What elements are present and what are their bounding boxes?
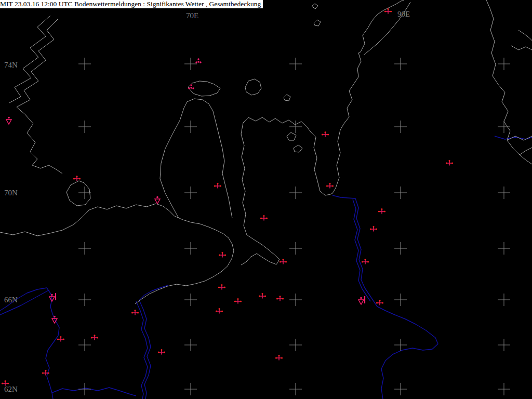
grid-cross bbox=[289, 242, 302, 255]
grid-cross bbox=[184, 121, 197, 133]
grid-cross bbox=[78, 121, 91, 133]
station-symbol-snow bbox=[158, 349, 165, 355]
weather-map-screen: 70E90E74N70N66N62N MIT 23.03.16 12:00 UT… bbox=[0, 0, 532, 399]
river bbox=[377, 307, 438, 399]
title-bar: MIT 23.03.16 12:00 UTC Bodenwettermeldun… bbox=[0, 0, 263, 8]
station-symbol-shower bbox=[6, 117, 11, 124]
grid-cross bbox=[289, 339, 302, 351]
grid-cross bbox=[498, 242, 510, 255]
station-symbol-snow bbox=[322, 131, 329, 137]
coastline bbox=[511, 46, 532, 50]
coastline bbox=[17, 19, 62, 174]
grid-cross bbox=[498, 187, 510, 199]
river bbox=[353, 200, 370, 301]
coastline bbox=[9, 16, 50, 103]
coastline bbox=[160, 99, 232, 218]
station-symbol-snow bbox=[275, 355, 283, 361]
coastline bbox=[520, 148, 532, 155]
river bbox=[139, 300, 151, 399]
grid-cross bbox=[78, 294, 91, 306]
coastline bbox=[0, 204, 234, 304]
river bbox=[46, 288, 59, 399]
coastline bbox=[518, 30, 532, 41]
station-symbol-snow bbox=[91, 335, 98, 340]
grid-cross bbox=[498, 383, 510, 395]
station-symbol-snow bbox=[260, 215, 268, 221]
station-symbol-snow bbox=[57, 336, 64, 342]
river bbox=[332, 195, 377, 307]
station-symbol-snow bbox=[216, 308, 223, 314]
station-symbol-snow bbox=[280, 259, 287, 264]
coastline bbox=[361, 0, 404, 52]
longitude-label: 70E bbox=[186, 11, 198, 20]
latitude-label: 62N bbox=[4, 385, 18, 393]
station-symbol-snow bbox=[234, 298, 242, 304]
grid-cross bbox=[78, 383, 91, 395]
grid-cross bbox=[498, 294, 510, 306]
station-symbol-dots bbox=[195, 58, 201, 63]
station-symbol-snow bbox=[326, 183, 334, 189]
coastline bbox=[330, 52, 361, 194]
coastline bbox=[243, 117, 330, 195]
grid-cross bbox=[289, 383, 302, 395]
coastline bbox=[287, 132, 296, 140]
station-symbol-snow bbox=[131, 310, 139, 315]
coastline bbox=[507, 136, 532, 140]
station-symbol-snow bbox=[276, 296, 284, 301]
coastline bbox=[284, 95, 290, 101]
coastline bbox=[294, 145, 302, 152]
grid-cross bbox=[184, 242, 197, 255]
coastline bbox=[314, 20, 321, 26]
grid-cross bbox=[289, 187, 302, 199]
grid-cross bbox=[78, 339, 91, 351]
grid-cross bbox=[184, 294, 197, 306]
grid-cross bbox=[394, 187, 407, 199]
map-canvas: 70E90E74N70N66N62N bbox=[0, 0, 532, 399]
river bbox=[52, 388, 136, 396]
station-symbol-snow bbox=[362, 259, 369, 264]
grid-cross bbox=[289, 58, 302, 70]
latitude-label: 66N bbox=[4, 296, 18, 304]
station-symbol-snow bbox=[259, 293, 266, 299]
grid-cross bbox=[184, 339, 197, 351]
station-symbol-snow bbox=[219, 252, 226, 258]
grid-cross bbox=[498, 58, 510, 70]
station-symbol-snow bbox=[378, 208, 385, 214]
coastline bbox=[241, 123, 280, 265]
station-symbol-snow bbox=[214, 183, 221, 189]
station-symbol-snow bbox=[73, 176, 81, 181]
station-symbol-snow bbox=[218, 284, 225, 290]
longitude-label: 90E bbox=[397, 10, 410, 18]
station-symbol-shower-bar bbox=[358, 296, 365, 304]
station-symbol-snow bbox=[370, 226, 377, 232]
coastline bbox=[66, 181, 90, 206]
grid-cross bbox=[78, 58, 91, 70]
latitude-label: 70N bbox=[4, 189, 18, 197]
station-symbol-shower-bar bbox=[49, 293, 56, 301]
grid-cross bbox=[394, 121, 407, 133]
grid-cross bbox=[394, 294, 407, 306]
station-symbol-snow bbox=[376, 300, 383, 305]
station-symbol-dots bbox=[188, 84, 194, 89]
coastline bbox=[312, 4, 318, 9]
grid-cross bbox=[394, 242, 407, 255]
grid-cross bbox=[394, 58, 407, 70]
station-symbol-shower bbox=[155, 196, 160, 204]
grid-cross bbox=[394, 383, 407, 395]
grid-cross bbox=[184, 383, 197, 395]
latitude-label: 74N bbox=[4, 61, 18, 69]
grid-cross bbox=[78, 242, 91, 255]
grid-cross bbox=[498, 339, 510, 351]
coastline bbox=[245, 79, 261, 95]
grid-cross bbox=[184, 187, 197, 199]
grid-cross bbox=[498, 121, 510, 133]
station-symbol-snow bbox=[446, 160, 453, 166]
grid-cross bbox=[289, 294, 302, 306]
grid-cross bbox=[184, 58, 197, 70]
